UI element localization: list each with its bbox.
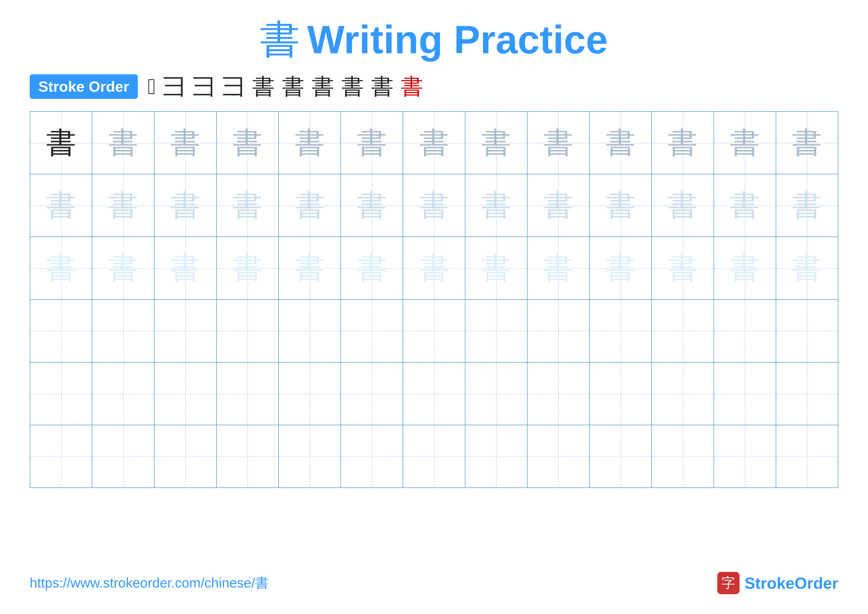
grid-cell[interactable]: 書 — [590, 112, 652, 174]
grid-cell[interactable] — [527, 425, 590, 487]
cell-character: 書 — [419, 191, 449, 221]
cell-character: 書 — [108, 128, 138, 158]
grid-cell[interactable]: 書 — [341, 112, 403, 174]
grid-cell[interactable]: 書 — [590, 237, 652, 299]
grid-cell[interactable] — [652, 425, 714, 487]
grid-cell[interactable] — [217, 300, 279, 362]
grid-cell[interactable] — [217, 425, 279, 487]
stroke-7: 書 — [312, 76, 334, 98]
grid-cell[interactable] — [465, 362, 527, 425]
grid-cell[interactable] — [527, 300, 590, 362]
grid-cell[interactable] — [30, 425, 92, 487]
grid-cell[interactable]: 書 — [403, 237, 465, 299]
grid-cell[interactable]: 書 — [217, 174, 279, 236]
grid-cell[interactable]: 書 — [776, 174, 838, 236]
grid-cell[interactable]: 書 — [527, 112, 590, 174]
grid-cell[interactable] — [590, 425, 652, 487]
grid-cell[interactable] — [217, 362, 279, 425]
title-row: 書 Writing Practice — [260, 20, 608, 59]
grid-cell[interactable]: 書 — [154, 174, 217, 236]
grid-cell[interactable] — [279, 300, 341, 362]
grid-cell[interactable] — [652, 362, 714, 425]
grid-cell[interactable]: 書 — [279, 237, 341, 299]
grid-cell[interactable] — [590, 362, 652, 425]
grid-cell[interactable]: 書 — [652, 237, 714, 299]
grid-row — [30, 300, 838, 362]
grid-cell[interactable]: 書 — [403, 174, 465, 236]
grid-cell[interactable]: 書 — [465, 112, 527, 174]
grid-cell[interactable] — [92, 362, 154, 425]
grid-cell[interactable]: 書 — [30, 237, 92, 299]
cell-character: 書 — [792, 191, 822, 221]
title-text: Writing Practice — [307, 20, 608, 59]
grid-cell[interactable]: 書 — [30, 112, 92, 174]
grid-cell[interactable]: 書 — [714, 174, 776, 236]
grid-cell[interactable]: 書 — [217, 237, 279, 299]
footer-logo: 字 StrokeOrder — [717, 572, 838, 594]
grid-cell[interactable] — [30, 362, 92, 425]
grid-cell[interactable]: 書 — [341, 174, 403, 236]
grid-cell[interactable] — [403, 300, 465, 362]
grid-cell[interactable]: 書 — [714, 112, 776, 174]
grid-cell[interactable] — [341, 362, 403, 425]
grid-cell[interactable] — [465, 300, 527, 362]
grid-cell[interactable] — [403, 362, 465, 425]
cell-character: 書 — [792, 128, 822, 158]
grid-cell[interactable]: 書 — [30, 174, 92, 236]
grid-cell[interactable]: 書 — [527, 237, 590, 299]
grid-cell[interactable] — [279, 362, 341, 425]
grid-cell[interactable] — [714, 300, 776, 362]
grid-row — [30, 425, 838, 487]
cell-character: 書 — [668, 253, 698, 283]
grid-cell[interactable]: 書 — [776, 237, 838, 299]
cell-character: 書 — [730, 253, 760, 283]
grid-cell[interactable] — [154, 362, 217, 425]
grid-cell[interactable]: 書 — [527, 174, 590, 236]
grid-cell[interactable]: 書 — [403, 112, 465, 174]
grid-cell[interactable] — [465, 425, 527, 487]
grid-cell[interactable]: 書 — [154, 112, 217, 174]
grid-cell[interactable] — [590, 300, 652, 362]
cell-character: 書 — [357, 128, 387, 158]
grid-cell[interactable]: 書 — [279, 112, 341, 174]
grid-cell[interactable]: 書 — [652, 112, 714, 174]
grid-cell[interactable]: 書 — [279, 174, 341, 236]
grid-cell[interactable] — [154, 300, 217, 362]
stroke-2: ⺕ — [163, 76, 186, 98]
grid-cell[interactable]: 書 — [465, 174, 527, 236]
grid-cell[interactable] — [527, 362, 590, 425]
stroke-order-row: Stroke Order 𠃌 ⺕ ⺕ ⺕ ・ 書 書 書 書 書 書 — [30, 74, 838, 99]
grid-cell[interactable] — [403, 425, 465, 487]
cell-character: 書 — [295, 253, 325, 283]
grid-cell[interactable] — [279, 425, 341, 487]
grid-cell[interactable]: 書 — [154, 237, 217, 299]
grid-cell[interactable] — [714, 425, 776, 487]
grid-cell[interactable] — [652, 300, 714, 362]
grid-cell[interactable]: 書 — [341, 237, 403, 299]
grid-cell[interactable] — [92, 300, 154, 362]
grid-cell[interactable] — [714, 362, 776, 425]
grid-cell[interactable] — [776, 425, 838, 487]
grid-cell[interactable] — [341, 425, 403, 487]
grid-cell[interactable]: 書 — [92, 174, 154, 236]
grid-cell[interactable]: 書 — [465, 237, 527, 299]
stroke-sequence: 𠃌 ⺕ ⺕ ⺕ ・ 書 書 書 書 書 書 — [148, 76, 423, 98]
grid-cell[interactable]: 書 — [652, 174, 714, 236]
grid-cell[interactable]: 書 — [590, 174, 652, 236]
grid-cell[interactable]: 書 — [714, 237, 776, 299]
grid-cell[interactable] — [154, 425, 217, 487]
grid-cell[interactable] — [776, 362, 838, 425]
grid-cell[interactable] — [30, 300, 92, 362]
grid-cell[interactable] — [341, 300, 403, 362]
grid-cell[interactable]: 書 — [92, 112, 154, 174]
grid-cell[interactable]: 書 — [776, 112, 838, 174]
footer-url[interactable]: https://www.strokeorder.com/chinese/書 — [30, 574, 269, 592]
cell-character: 書 — [170, 191, 200, 221]
grid-cell[interactable] — [92, 425, 154, 487]
grid-cell[interactable]: 書 — [217, 112, 279, 174]
grid-cell[interactable] — [776, 300, 838, 362]
cell-character: 書 — [481, 128, 511, 158]
stroke-9: 書 — [371, 76, 394, 98]
grid-cell[interactable]: 書 — [92, 237, 154, 299]
stroke-1: 𠃌 — [148, 76, 156, 98]
